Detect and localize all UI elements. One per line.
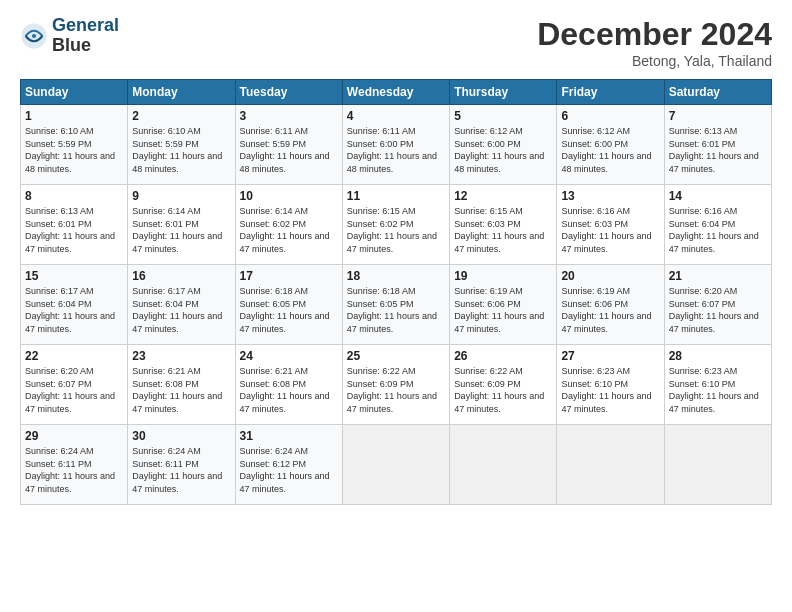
day-info: Sunrise: 6:20 AM Sunset: 6:07 PM Dayligh… bbox=[25, 365, 123, 415]
table-row: 31 Sunrise: 6:24 AM Sunset: 6:12 PM Dayl… bbox=[235, 425, 342, 505]
day-number: 8 bbox=[25, 189, 123, 203]
header: General Blue December 2024 Betong, Yala,… bbox=[20, 16, 772, 69]
logo: General Blue bbox=[20, 16, 119, 56]
day-info: Sunrise: 6:19 AM Sunset: 6:06 PM Dayligh… bbox=[561, 285, 659, 335]
day-info: Sunrise: 6:21 AM Sunset: 6:08 PM Dayligh… bbox=[132, 365, 230, 415]
svg-point-1 bbox=[32, 34, 36, 38]
table-row: 9 Sunrise: 6:14 AM Sunset: 6:01 PM Dayli… bbox=[128, 185, 235, 265]
logo-line2: Blue bbox=[52, 36, 119, 56]
day-number: 25 bbox=[347, 349, 445, 363]
day-number: 31 bbox=[240, 429, 338, 443]
day-number: 29 bbox=[25, 429, 123, 443]
day-info: Sunrise: 6:24 AM Sunset: 6:11 PM Dayligh… bbox=[25, 445, 123, 495]
table-row: 17 Sunrise: 6:18 AM Sunset: 6:05 PM Dayl… bbox=[235, 265, 342, 345]
col-sunday: Sunday bbox=[21, 80, 128, 105]
col-friday: Friday bbox=[557, 80, 664, 105]
table-row: 6 Sunrise: 6:12 AM Sunset: 6:00 PM Dayli… bbox=[557, 105, 664, 185]
day-number: 19 bbox=[454, 269, 552, 283]
day-info: Sunrise: 6:18 AM Sunset: 6:05 PM Dayligh… bbox=[240, 285, 338, 335]
logo-line1: General bbox=[52, 15, 119, 35]
col-tuesday: Tuesday bbox=[235, 80, 342, 105]
day-info: Sunrise: 6:11 AM Sunset: 6:00 PM Dayligh… bbox=[347, 125, 445, 175]
table-row: 26 Sunrise: 6:22 AM Sunset: 6:09 PM Dayl… bbox=[450, 345, 557, 425]
table-row: 10 Sunrise: 6:14 AM Sunset: 6:02 PM Dayl… bbox=[235, 185, 342, 265]
calendar-row: 1 Sunrise: 6:10 AM Sunset: 5:59 PM Dayli… bbox=[21, 105, 772, 185]
table-row: 30 Sunrise: 6:24 AM Sunset: 6:11 PM Dayl… bbox=[128, 425, 235, 505]
table-row bbox=[557, 425, 664, 505]
calendar-row: 22 Sunrise: 6:20 AM Sunset: 6:07 PM Dayl… bbox=[21, 345, 772, 425]
day-number: 9 bbox=[132, 189, 230, 203]
day-info: Sunrise: 6:10 AM Sunset: 5:59 PM Dayligh… bbox=[132, 125, 230, 175]
day-number: 15 bbox=[25, 269, 123, 283]
day-info: Sunrise: 6:14 AM Sunset: 6:02 PM Dayligh… bbox=[240, 205, 338, 255]
day-number: 6 bbox=[561, 109, 659, 123]
table-row: 23 Sunrise: 6:21 AM Sunset: 6:08 PM Dayl… bbox=[128, 345, 235, 425]
table-row: 13 Sunrise: 6:16 AM Sunset: 6:03 PM Dayl… bbox=[557, 185, 664, 265]
table-row: 24 Sunrise: 6:21 AM Sunset: 6:08 PM Dayl… bbox=[235, 345, 342, 425]
day-number: 17 bbox=[240, 269, 338, 283]
calendar-row: 8 Sunrise: 6:13 AM Sunset: 6:01 PM Dayli… bbox=[21, 185, 772, 265]
day-info: Sunrise: 6:17 AM Sunset: 6:04 PM Dayligh… bbox=[25, 285, 123, 335]
day-info: Sunrise: 6:15 AM Sunset: 6:02 PM Dayligh… bbox=[347, 205, 445, 255]
day-info: Sunrise: 6:13 AM Sunset: 6:01 PM Dayligh… bbox=[669, 125, 767, 175]
col-monday: Monday bbox=[128, 80, 235, 105]
day-info: Sunrise: 6:18 AM Sunset: 6:05 PM Dayligh… bbox=[347, 285, 445, 335]
day-info: Sunrise: 6:23 AM Sunset: 6:10 PM Dayligh… bbox=[561, 365, 659, 415]
day-info: Sunrise: 6:21 AM Sunset: 6:08 PM Dayligh… bbox=[240, 365, 338, 415]
table-row: 27 Sunrise: 6:23 AM Sunset: 6:10 PM Dayl… bbox=[557, 345, 664, 425]
day-info: Sunrise: 6:14 AM Sunset: 6:01 PM Dayligh… bbox=[132, 205, 230, 255]
month-title: December 2024 bbox=[537, 16, 772, 53]
table-row: 25 Sunrise: 6:22 AM Sunset: 6:09 PM Dayl… bbox=[342, 345, 449, 425]
day-number: 27 bbox=[561, 349, 659, 363]
day-number: 12 bbox=[454, 189, 552, 203]
table-row: 22 Sunrise: 6:20 AM Sunset: 6:07 PM Dayl… bbox=[21, 345, 128, 425]
day-info: Sunrise: 6:24 AM Sunset: 6:12 PM Dayligh… bbox=[240, 445, 338, 495]
day-info: Sunrise: 6:20 AM Sunset: 6:07 PM Dayligh… bbox=[669, 285, 767, 335]
header-row: Sunday Monday Tuesday Wednesday Thursday… bbox=[21, 80, 772, 105]
table-row: 7 Sunrise: 6:13 AM Sunset: 6:01 PM Dayli… bbox=[664, 105, 771, 185]
day-info: Sunrise: 6:11 AM Sunset: 5:59 PM Dayligh… bbox=[240, 125, 338, 175]
day-number: 24 bbox=[240, 349, 338, 363]
day-number: 11 bbox=[347, 189, 445, 203]
table-row: 12 Sunrise: 6:15 AM Sunset: 6:03 PM Dayl… bbox=[450, 185, 557, 265]
day-info: Sunrise: 6:12 AM Sunset: 6:00 PM Dayligh… bbox=[561, 125, 659, 175]
table-row: 4 Sunrise: 6:11 AM Sunset: 6:00 PM Dayli… bbox=[342, 105, 449, 185]
table-row: 29 Sunrise: 6:24 AM Sunset: 6:11 PM Dayl… bbox=[21, 425, 128, 505]
table-row: 5 Sunrise: 6:12 AM Sunset: 6:00 PM Dayli… bbox=[450, 105, 557, 185]
table-row: 18 Sunrise: 6:18 AM Sunset: 6:05 PM Dayl… bbox=[342, 265, 449, 345]
title-section: December 2024 Betong, Yala, Thailand bbox=[537, 16, 772, 69]
day-number: 3 bbox=[240, 109, 338, 123]
day-number: 20 bbox=[561, 269, 659, 283]
table-row: 20 Sunrise: 6:19 AM Sunset: 6:06 PM Dayl… bbox=[557, 265, 664, 345]
table-row: 19 Sunrise: 6:19 AM Sunset: 6:06 PM Dayl… bbox=[450, 265, 557, 345]
day-number: 5 bbox=[454, 109, 552, 123]
day-number: 28 bbox=[669, 349, 767, 363]
table-row: 16 Sunrise: 6:17 AM Sunset: 6:04 PM Dayl… bbox=[128, 265, 235, 345]
day-number: 30 bbox=[132, 429, 230, 443]
day-info: Sunrise: 6:10 AM Sunset: 5:59 PM Dayligh… bbox=[25, 125, 123, 175]
day-info: Sunrise: 6:13 AM Sunset: 6:01 PM Dayligh… bbox=[25, 205, 123, 255]
col-thursday: Thursday bbox=[450, 80, 557, 105]
day-info: Sunrise: 6:15 AM Sunset: 6:03 PM Dayligh… bbox=[454, 205, 552, 255]
day-number: 10 bbox=[240, 189, 338, 203]
table-row: 11 Sunrise: 6:15 AM Sunset: 6:02 PM Dayl… bbox=[342, 185, 449, 265]
day-number: 16 bbox=[132, 269, 230, 283]
table-row bbox=[342, 425, 449, 505]
day-info: Sunrise: 6:23 AM Sunset: 6:10 PM Dayligh… bbox=[669, 365, 767, 415]
day-info: Sunrise: 6:22 AM Sunset: 6:09 PM Dayligh… bbox=[347, 365, 445, 415]
day-info: Sunrise: 6:22 AM Sunset: 6:09 PM Dayligh… bbox=[454, 365, 552, 415]
table-row bbox=[450, 425, 557, 505]
calendar: Sunday Monday Tuesday Wednesday Thursday… bbox=[20, 79, 772, 505]
table-row: 2 Sunrise: 6:10 AM Sunset: 5:59 PM Dayli… bbox=[128, 105, 235, 185]
day-number: 18 bbox=[347, 269, 445, 283]
day-info: Sunrise: 6:17 AM Sunset: 6:04 PM Dayligh… bbox=[132, 285, 230, 335]
table-row: 8 Sunrise: 6:13 AM Sunset: 6:01 PM Dayli… bbox=[21, 185, 128, 265]
col-saturday: Saturday bbox=[664, 80, 771, 105]
logo-icon bbox=[20, 22, 48, 50]
day-number: 7 bbox=[669, 109, 767, 123]
day-info: Sunrise: 6:12 AM Sunset: 6:00 PM Dayligh… bbox=[454, 125, 552, 175]
day-info: Sunrise: 6:16 AM Sunset: 6:03 PM Dayligh… bbox=[561, 205, 659, 255]
day-number: 4 bbox=[347, 109, 445, 123]
day-number: 2 bbox=[132, 109, 230, 123]
day-info: Sunrise: 6:24 AM Sunset: 6:11 PM Dayligh… bbox=[132, 445, 230, 495]
